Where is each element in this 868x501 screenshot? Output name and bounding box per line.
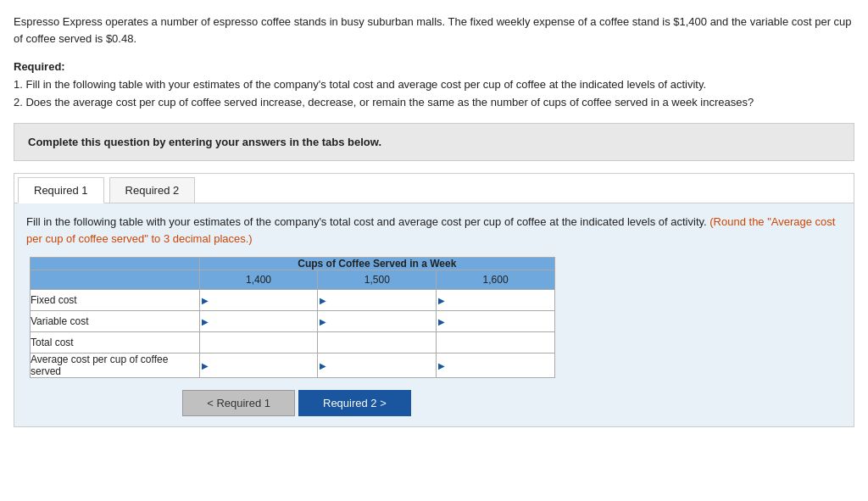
tab-required-1[interactable]: Required 1 xyxy=(18,177,104,203)
nav-buttons: < Required 1 Required 2 > xyxy=(30,390,564,416)
avg-cost-1500-cell: ▶ xyxy=(318,353,437,378)
sub-empty-header xyxy=(31,270,200,290)
table-row: Fixed cost ▶ ▶ xyxy=(31,290,555,311)
arrow-icon-9: ▶ xyxy=(438,361,445,370)
required-item-2: 2. Does the average cost per cup of coff… xyxy=(14,96,754,109)
required-section: Required: 1. Fill in the following table… xyxy=(14,58,854,111)
prev-button[interactable]: < Required 1 xyxy=(182,390,295,416)
fixed-cost-1600-cell: ▶ xyxy=(437,290,555,311)
variable-cost-1400-cell: ▶ xyxy=(199,311,318,332)
arrow-icon-1: ▶ xyxy=(202,296,209,305)
arrow-icon-2: ▶ xyxy=(320,296,326,305)
row-label-fixed-cost: Fixed cost xyxy=(31,290,200,311)
fixed-cost-1500-input[interactable] xyxy=(318,290,436,310)
table-row: Variable cost ▶ ▶ xyxy=(31,311,555,332)
table-row: Total cost xyxy=(31,332,555,353)
total-cost-1600-input[interactable] xyxy=(437,332,554,353)
arrow-icon-4: ▶ xyxy=(202,317,209,326)
total-cost-1400-input[interactable] xyxy=(200,332,318,353)
total-cost-1500-input[interactable] xyxy=(318,332,436,353)
tab-required-2[interactable]: Required 2 xyxy=(109,177,196,203)
row-label-total-cost: Total cost xyxy=(31,332,200,353)
avg-cost-1500-input[interactable] xyxy=(318,355,436,376)
empty-header xyxy=(31,258,200,270)
avg-cost-1400-cell: ▶ xyxy=(199,353,318,378)
total-cost-1500-cell xyxy=(318,332,437,353)
variable-cost-1500-input[interactable] xyxy=(318,311,436,331)
fixed-cost-1600-input[interactable] xyxy=(437,290,554,310)
avg-cost-1600-input[interactable] xyxy=(437,355,554,376)
required-item-1: 1. Fill in the following table with your… xyxy=(14,78,706,91)
arrow-icon-8: ▶ xyxy=(320,361,326,370)
col-header-1400: 1,400 xyxy=(199,270,318,290)
data-table: Cups of Coffee Served in a Week 1,400 1,… xyxy=(30,257,555,378)
tab-content-required-1: Fill in the following table with your es… xyxy=(14,203,854,426)
row-label-variable-cost: Variable cost xyxy=(31,311,200,332)
complete-box: Complete this question by entering your … xyxy=(14,123,854,161)
arrow-icon-3: ▶ xyxy=(438,296,445,305)
tabs-header: Required 1 Required 2 xyxy=(14,174,854,203)
fixed-cost-1400-cell: ▶ xyxy=(199,290,318,311)
tab-description: Fill in the following table with your es… xyxy=(26,214,842,247)
arrow-icon-6: ▶ xyxy=(438,317,445,326)
avg-cost-1400-input[interactable] xyxy=(200,355,318,376)
next-button[interactable]: Required 2 > xyxy=(298,390,411,416)
required-label: Required: xyxy=(14,58,854,76)
total-cost-1400-cell xyxy=(199,332,318,353)
avg-cost-1600-cell: ▶ xyxy=(437,353,555,378)
arrow-icon-5: ▶ xyxy=(320,317,326,326)
intro-paragraph: Espresso Express operates a number of es… xyxy=(14,14,854,47)
col-header-1600: 1,600 xyxy=(437,270,555,290)
total-cost-1600-cell xyxy=(437,332,555,353)
variable-cost-1600-cell: ▶ xyxy=(437,311,555,332)
tab-description-normal: Fill in the following table with your es… xyxy=(26,215,707,228)
tabs-container: Required 1 Required 2 Fill in the follow… xyxy=(14,173,854,427)
row-label-avg-cost: Average cost per cup of coffee served xyxy=(31,353,200,378)
variable-cost-1400-input[interactable] xyxy=(200,311,318,331)
fixed-cost-1400-input[interactable] xyxy=(200,290,318,310)
table-row: Average cost per cup of coffee served ▶ … xyxy=(31,353,555,378)
table-main-header: Cups of Coffee Served in a Week xyxy=(199,258,554,270)
arrow-icon-7: ▶ xyxy=(202,361,209,370)
fixed-cost-1500-cell: ▶ xyxy=(318,290,437,311)
col-header-1500: 1,500 xyxy=(318,270,437,290)
variable-cost-1600-input[interactable] xyxy=(437,311,554,331)
variable-cost-1500-cell: ▶ xyxy=(318,311,437,332)
